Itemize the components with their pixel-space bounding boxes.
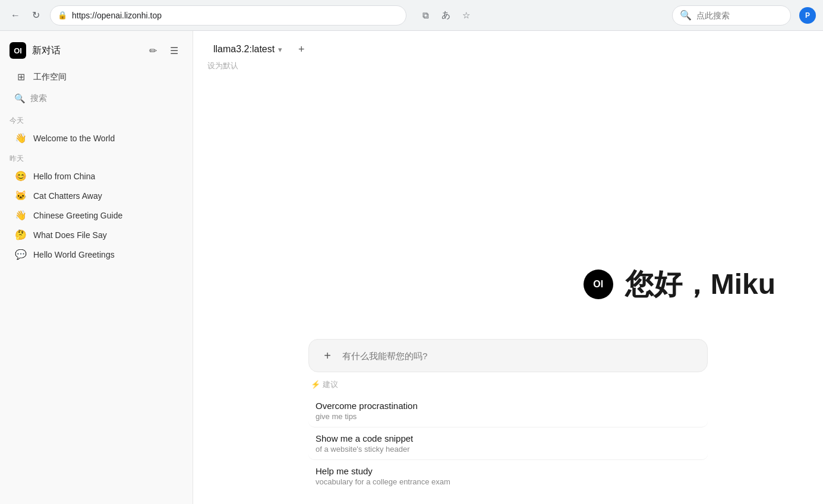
chat-emoji: 🐱 <box>14 190 27 201</box>
model-name: llama3.2:latest <box>213 44 275 55</box>
chat-emoji: 😊 <box>14 170 27 182</box>
list-item[interactable]: 👋 Welcome to the World <box>5 128 188 148</box>
sidebar-item-workspace[interactable]: ⊞ 工作空间 <box>5 66 188 87</box>
back-button[interactable]: ← <box>7 7 24 24</box>
browser-nav-buttons: ← ↻ <box>7 7 44 24</box>
suggestion-subtitle: of a website's sticky header <box>316 445 701 454</box>
add-model-button[interactable]: + <box>293 41 310 58</box>
chat-emoji: 🤔 <box>14 229 27 240</box>
suggestion-item[interactable]: Help me study vocabulary for a college e… <box>308 460 708 492</box>
browser-search-bar[interactable]: 🔍 <box>672 5 791 26</box>
sidebar-search[interactable]: 🔍 搜索 <box>5 90 188 107</box>
url-text: https://openai.lizonhi.top <box>72 11 399 20</box>
suggestions-section: ⚡ 建议 Overcome procrastination give me ti… <box>294 379 722 492</box>
sidebar-actions: ✏ ☰ <box>144 42 183 59</box>
add-attachment-button[interactable]: + <box>319 347 336 364</box>
suggestion-title: Show me a code snippet <box>316 433 701 443</box>
greeting-text: 您好，Miku <box>625 265 775 303</box>
search-icon: 🔍 <box>680 9 692 21</box>
chat-label: Welcome to the World <box>33 134 115 143</box>
chat-label: Chinese Greeting Guide <box>33 211 122 220</box>
brand-logo: OI <box>10 42 26 59</box>
chat-label: Hello from China <box>33 172 95 181</box>
sidebar: OI 新对话 ✏ ☰ ⊞ 工作空间 🔍 搜索 今天 👋 Welcome to <box>0 31 193 504</box>
model-selector[interactable]: llama3.2:latest ▾ <box>207 40 288 58</box>
refresh-button[interactable]: ↻ <box>27 7 44 24</box>
chat-label: Cat Chatters Away <box>33 191 102 201</box>
address-bar[interactable]: 🔒 https://openai.lizonhi.top <box>50 5 406 26</box>
split-screen-icon[interactable]: ⧉ <box>417 7 434 24</box>
search-label: 搜索 <box>30 93 47 104</box>
suggestion-title: Help me study <box>316 466 701 476</box>
translate-icon[interactable]: あ <box>437 7 454 24</box>
list-item[interactable]: 💬 Hello World Greetings <box>5 245 188 264</box>
chat-label: Hello World Greetings <box>33 250 115 259</box>
list-item[interactable]: 😊 Hello from China <box>5 166 188 186</box>
avatar: OI <box>584 270 613 299</box>
lock-icon: 🔒 <box>58 11 67 20</box>
suggestion-subtitle: give me tips <box>316 412 701 421</box>
suggestions-label: ⚡ 建议 <box>308 379 708 390</box>
app-container: OI 新对话 ✏ ☰ ⊞ 工作空间 🔍 搜索 今天 👋 Welcome to <box>0 31 823 504</box>
search-icon: 🔍 <box>14 93 26 104</box>
brand-title: 新对话 <box>32 45 61 57</box>
suggestion-subtitle: vocabulary for a college entrance exam <box>316 477 701 486</box>
list-item[interactable]: 👋 Chinese Greeting Guide <box>5 205 188 225</box>
menu-button[interactable]: ☰ <box>165 42 183 59</box>
browser-chrome: ← ↻ 🔒 https://openai.lizonhi.top ⧉ あ ☆ 🔍… <box>0 0 823 31</box>
browser-toolbar: ⧉ あ ☆ <box>417 7 474 24</box>
yesterday-section-label: 昨天 <box>0 148 193 166</box>
chat-label: What Does File Say <box>33 230 107 240</box>
profile-button[interactable]: P <box>799 7 816 24</box>
chat-input[interactable] <box>342 351 698 361</box>
suggestion-title: Overcome procrastination <box>316 401 701 411</box>
set-default-label: 设为默认 <box>193 61 823 76</box>
sidebar-header: OI 新对话 ✏ ☰ <box>0 38 193 66</box>
chevron-down-icon: ▾ <box>278 45 282 54</box>
chat-area: OI 您好，Miku + ⚡ 建议 Overcome procrastinati… <box>193 76 823 504</box>
workspace-icon: ⊞ <box>14 71 27 83</box>
input-box: + <box>308 339 708 372</box>
search-input[interactable] <box>696 11 780 20</box>
model-header: llama3.2:latest ▾ + <box>193 31 823 61</box>
suggestion-item[interactable]: Show me a code snippet of a website's st… <box>308 427 708 460</box>
bookmark-icon[interactable]: ☆ <box>458 7 474 24</box>
today-section-label: 今天 <box>0 110 193 128</box>
chat-emoji: 💬 <box>14 249 27 260</box>
edit-icon: ✏ <box>149 45 157 56</box>
sidebar-brand: OI 新对话 <box>10 42 61 59</box>
edit-button[interactable]: ✏ <box>144 42 162 59</box>
menu-icon: ☰ <box>170 45 178 56</box>
input-area: + <box>294 339 722 372</box>
suggestion-item[interactable]: Overcome procrastination give me tips <box>308 395 708 427</box>
workspace-label: 工作空间 <box>33 72 67 83</box>
list-item[interactable]: 🐱 Cat Chatters Away <box>5 186 188 205</box>
main-content: llama3.2:latest ▾ + 设为默认 OI 您好，Miku + ⚡ … <box>193 31 823 504</box>
list-item[interactable]: 🤔 What Does File Say <box>5 225 188 245</box>
chat-emoji: 👋 <box>14 210 27 221</box>
chat-emoji: 👋 <box>14 132 27 144</box>
greeting-section: OI 您好，Miku <box>584 265 823 303</box>
